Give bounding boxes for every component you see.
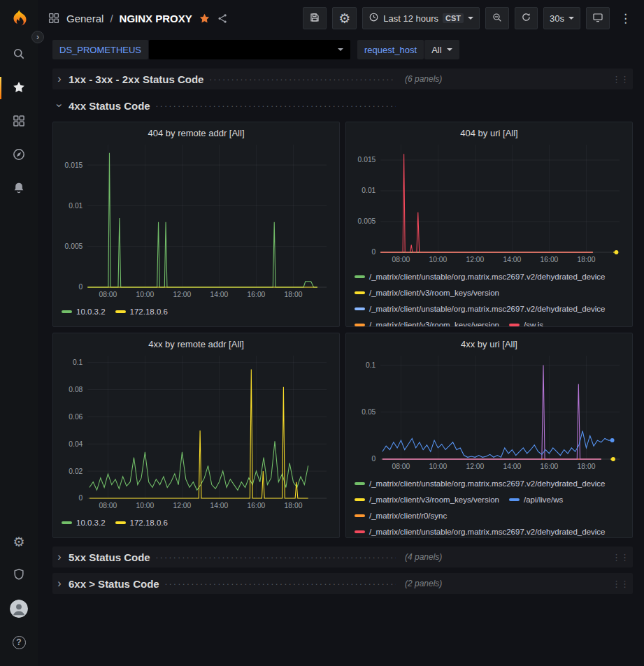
- grafana-logo[interactable]: [6, 6, 31, 31]
- legend-item[interactable]: /_matrix/client/unstable/org.matrix.msc2…: [355, 301, 606, 317]
- row-title: 5xx Status Code: [69, 551, 150, 563]
- dashboard-row-5xx[interactable]: › 5xx Status Code ......................…: [52, 546, 633, 567]
- chart-4xx-by-uri[interactable]: 08:0010:0012:0014:0016:0018:0000.050.1: [350, 352, 628, 472]
- chart-4xx-by-remote-addr[interactable]: 08:0010:0012:0014:0016:0018:0000.020.040…: [57, 352, 335, 511]
- sidebar-item-help[interactable]: ?: [0, 625, 38, 659]
- svg-text:0.005: 0.005: [358, 217, 376, 225]
- sidebar-item-profile[interactable]: [0, 592, 38, 625]
- row-title-wrap: 1xx - 3xx - 2xx Status Code ............…: [69, 73, 396, 85]
- legend-item[interactable]: /_matrix/client/v3/room_keys/version: [355, 317, 499, 327]
- bell-icon: [12, 181, 26, 197]
- sidebar-expand-button[interactable]: ›: [31, 31, 44, 43]
- chart-legend: 10.0.3.2172.18.0.6: [56, 511, 336, 530]
- zoom-out-button[interactable]: [485, 7, 509, 29]
- row-drag-handle[interactable]: ⋮⋮: [612, 552, 629, 563]
- panel-4xx-by-remote-addr: 4xx by remote addr [All] 08:0010:0012:00…: [52, 333, 340, 538]
- svg-text:14:00: 14:00: [503, 256, 522, 263]
- row-dots: ........................................…: [165, 578, 396, 588]
- dashboard-row-1xx-3xx-2xx[interactable]: › 1xx - 3xx - 2xx Status Code ..........…: [52, 68, 633, 89]
- legend-series-label: /_matrix/client/unstable/org.matrix.msc2…: [369, 305, 606, 313]
- legend-item[interactable]: 10.0.3.2: [62, 303, 106, 319]
- refresh-icon: [521, 12, 531, 24]
- legend-series-swatch: [62, 521, 72, 524]
- dashboard-title[interactable]: NGINX PROXY: [120, 13, 192, 24]
- legend-item[interactable]: /api/live/ws: [509, 491, 563, 507]
- legend-series-swatch: [355, 498, 365, 501]
- dashboard-row-4xx[interactable]: › 4xx Status Code ......................…: [52, 95, 633, 116]
- sidebar: ⚙ ?: [0, 0, 38, 666]
- svg-text:14:00: 14:00: [210, 291, 229, 298]
- legend-item[interactable]: /_matrix/client/v3/room_keys/version: [355, 491, 499, 507]
- panel-title[interactable]: 404 by uri [All]: [349, 122, 629, 140]
- chevron-right-icon: ›: [55, 73, 64, 85]
- monitor-icon: [592, 12, 603, 25]
- grafana-flame-icon: [9, 8, 29, 28]
- legend-item[interactable]: /_matrix/client/r0/sync: [355, 507, 447, 523]
- breadcrumb-section[interactable]: General: [66, 13, 103, 24]
- panel-title[interactable]: 4xx by remote addr [All]: [56, 333, 336, 352]
- legend-item[interactable]: 10.0.3.2: [62, 514, 106, 530]
- sidebar-item-starred[interactable]: [0, 71, 38, 105]
- dashboard-row-6xx[interactable]: › 6xx > Status Code ....................…: [52, 573, 633, 594]
- tv-mode-button[interactable]: [586, 7, 610, 29]
- search-icon: [12, 47, 26, 63]
- breadcrumb: General / NGINX PROXY: [48, 12, 229, 24]
- svg-text:14:00: 14:00: [210, 502, 229, 509]
- sidebar-item-alerting[interactable]: [0, 172, 38, 205]
- svg-text:16:00: 16:00: [248, 291, 266, 298]
- chevron-down-icon: ›: [54, 101, 65, 110]
- legend-item[interactable]: /_matrix/client/unstable/org.matrix.msc2…: [355, 268, 606, 284]
- legend-series-label: 10.0.3.2: [76, 519, 106, 527]
- panel-title[interactable]: 404 by remote addr [All]: [56, 122, 336, 140]
- share-icon[interactable]: [217, 13, 229, 24]
- clock-icon: [368, 12, 379, 24]
- svg-text:18:00: 18:00: [578, 256, 596, 263]
- legend-item[interactable]: /sw.js: [509, 317, 543, 327]
- star-icon: [12, 80, 26, 96]
- legend-series-swatch: [62, 310, 72, 313]
- legend-series-swatch: [355, 307, 365, 310]
- grafana-app: ⚙ ? › General / NGINX: [0, 0, 644, 666]
- datasource-label[interactable]: DS_PROMETHEUS: [52, 40, 148, 59]
- sidebar-item-explore[interactable]: [0, 138, 38, 172]
- request-host-picker[interactable]: All: [424, 40, 459, 59]
- chart-404-by-remote-addr[interactable]: 08:0010:0012:0014:0016:0018:0000.0050.01…: [57, 140, 335, 300]
- request-host-label[interactable]: request_host: [357, 40, 424, 59]
- legend-series-swatch: [509, 324, 520, 326]
- row-drag-handle[interactable]: ⋮⋮: [612, 74, 629, 85]
- time-range-picker[interactable]: Last 12 hours CST: [362, 7, 480, 29]
- sidebar-item-search[interactable]: [0, 38, 38, 71]
- dashboards-grid-icon: [12, 114, 26, 130]
- panel-title[interactable]: 4xx by uri [All]: [349, 333, 629, 352]
- kebab-icon: ⋮: [620, 12, 631, 25]
- chevron-right-icon: ›: [36, 33, 39, 41]
- dashboard-settings-button[interactable]: ⚙: [332, 7, 357, 29]
- sidebar-item-dashboards[interactable]: [0, 105, 38, 138]
- svg-text:16:00: 16:00: [248, 502, 266, 509]
- panel-404-by-remote-addr: 404 by remote addr [All] 08:0010:0012:00…: [52, 122, 340, 327]
- row-title: 6xx > Status Code: [69, 578, 159, 590]
- legend-series-swatch: [509, 498, 520, 501]
- legend-item[interactable]: 172.18.0.6: [115, 303, 168, 319]
- legend-item[interactable]: /_matrix/client/unstable/org.matrix.msc2…: [355, 475, 606, 491]
- caret-down-icon: [447, 48, 452, 51]
- datasource-picker[interactable]: [149, 40, 350, 59]
- row-drag-handle[interactable]: ⋮⋮: [612, 579, 629, 589]
- legend-item[interactable]: /_matrix/client/unstable/org.matrix.msc2…: [355, 523, 606, 538]
- kebab-menu-button[interactable]: ⋮: [615, 8, 636, 29]
- svg-text:0.1: 0.1: [366, 361, 376, 369]
- sidebar-item-configuration[interactable]: ⚙: [0, 525, 38, 558]
- legend-item[interactable]: 172.18.0.6: [115, 514, 168, 530]
- sidebar-item-server-admin[interactable]: [0, 558, 38, 592]
- svg-text:10:00: 10:00: [429, 463, 448, 470]
- row-title: 4xx Status Code: [69, 100, 150, 112]
- save-dashboard-button[interactable]: [303, 7, 327, 29]
- refresh-button[interactable]: [515, 7, 538, 29]
- row-panel-count: (2 panels): [405, 579, 442, 588]
- legend-item[interactable]: /_matrix/client/v3/room_keys/version: [355, 284, 499, 301]
- refresh-interval-picker[interactable]: 30s: [543, 7, 580, 29]
- chart-404-by-uri[interactable]: 08:0010:0012:0014:0016:0018:0000.0050.01…: [350, 140, 628, 265]
- chart-legend: 10.0.3.2172.18.0.6: [56, 300, 336, 319]
- favorite-star-icon[interactable]: [199, 13, 210, 24]
- legend-series-swatch: [115, 310, 126, 313]
